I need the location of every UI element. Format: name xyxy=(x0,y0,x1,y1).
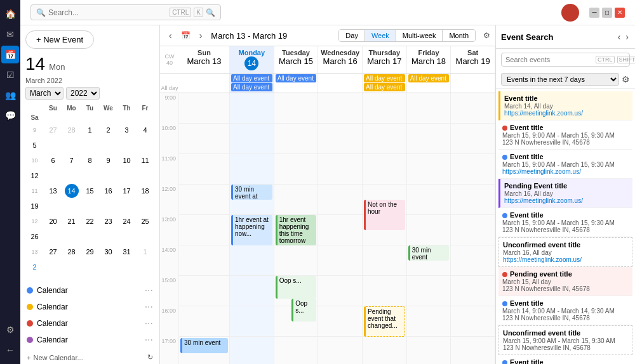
day-15[interactable]: 15 xyxy=(83,184,97,198)
day-31[interactable]: 31 xyxy=(120,245,134,259)
event-item-2[interactable]: Event title March 15, 9:00 AM - March 15… xyxy=(498,120,632,150)
day-12[interactable]: 12 xyxy=(28,169,42,183)
view-month-button[interactable]: Month xyxy=(443,30,475,41)
year-select[interactable]: 2022 xyxy=(66,87,100,100)
mon-event-noon[interactable]: 30 min event at noon... xyxy=(231,185,272,200)
event-item-8[interactable]: Event title March 14, 9:00 AM - March 14… xyxy=(498,296,632,325)
sidebar-mail-icon[interactable]: ✉ xyxy=(1,25,19,43)
new-event-button[interactable]: + New Event xyxy=(25,30,94,49)
panel-prev-button[interactable]: ‹ xyxy=(617,30,622,43)
day-4[interactable]: 4 xyxy=(138,123,152,137)
sun-event-30min[interactable]: 30 min event xyxy=(180,338,228,353)
event-item-6[interactable]: Unconfirmed event title March 16, All da… xyxy=(498,237,632,267)
event-item-3-link[interactable]: https://meetinglink.zoom.us/ xyxy=(502,168,629,175)
sidebar-home-icon[interactable]: 🏠 xyxy=(1,5,19,23)
day-25[interactable]: 25 xyxy=(138,214,152,228)
day-19[interactable]: 19 xyxy=(28,199,42,213)
all-day-event-mon-1[interactable]: All day event xyxy=(231,74,272,82)
event-item-9[interactable]: Unconfirmed event title March 15, 9:00 A… xyxy=(498,325,632,355)
maximize-button[interactable]: □ xyxy=(602,8,612,18)
sidebar-people-icon[interactable]: 👥 xyxy=(1,86,19,104)
search-bar[interactable]: 🔍 CTRL K 🔍 xyxy=(30,4,221,20)
day-21[interactable]: 21 xyxy=(65,214,79,228)
sun-col[interactable]: 30 min event xyxy=(179,93,230,364)
calendar-item-2[interactable]: Calendar ··· xyxy=(25,299,154,315)
sidebar-chat-icon[interactable]: 💬 xyxy=(1,107,19,124)
day-10[interactable]: 10 xyxy=(120,153,134,167)
all-day-event-thu-1[interactable]: All day event xyxy=(364,74,405,82)
day-1[interactable]: 1 xyxy=(83,123,97,137)
sidebar-calendar-icon[interactable]: 📅 xyxy=(1,46,19,63)
prev-button[interactable]: ‹ xyxy=(165,29,176,42)
day-28-prev[interactable]: 28 xyxy=(65,123,79,137)
event-item-5[interactable]: Event title March 15, 9:00 AM - March 15… xyxy=(498,208,632,237)
day-23[interactable]: 23 xyxy=(102,214,116,228)
day-11[interactable]: 11 xyxy=(138,153,152,167)
day-5[interactable]: 5 xyxy=(28,138,42,152)
fri-col[interactable]: 30 min event xyxy=(407,93,451,364)
day-14-today[interactable]: 14 xyxy=(65,184,79,198)
sidebar-settings-icon[interactable]: ⚙ xyxy=(1,321,19,339)
next-button[interactable]: › xyxy=(196,29,206,42)
day-30[interactable]: 30 xyxy=(102,245,116,259)
calendar-more-4[interactable]: ··· xyxy=(145,334,153,346)
day-3[interactable]: 3 xyxy=(120,123,134,137)
day-7[interactable]: 7 xyxy=(65,153,79,167)
all-day-event-fri-1[interactable]: All day event xyxy=(408,74,450,82)
day-28[interactable]: 28 xyxy=(65,245,79,259)
tue-event-1hr[interactable]: 1hr event happening this time tomorrow xyxy=(276,215,317,245)
sat-col[interactable] xyxy=(451,93,495,364)
view-multiweek-button[interactable]: Multi-week xyxy=(396,30,443,41)
new-calendar-row[interactable]: + New Calendar... ↻ xyxy=(25,351,154,364)
event-item-4-link[interactable]: https://meetinglink.zoom.us/ xyxy=(504,197,629,204)
sidebar-tasks-icon[interactable]: ☑ xyxy=(1,66,19,84)
event-item-10[interactable]: Event title March 15, 9:00 AM - March 15… xyxy=(498,355,632,364)
event-item-1[interactable]: Event title March 14, All day https://me… xyxy=(498,91,632,120)
calendar-more-1[interactable]: ··· xyxy=(145,285,153,296)
all-day-event-mon-2[interactable]: All day event xyxy=(231,83,272,91)
view-week-button[interactable]: Week xyxy=(365,30,396,41)
event-item-4[interactable]: Pending Event title March 16, All day ht… xyxy=(498,179,632,208)
event-search-bar[interactable]: CTRL SHIFT K 🔍 xyxy=(501,53,630,67)
mon-event-1hr[interactable]: 1hr event at happening now... xyxy=(231,215,272,245)
filter-select[interactable]: Events in the next 7 days xyxy=(501,73,619,86)
fri-event-30min[interactable]: 30 min event xyxy=(408,245,450,261)
tue-col[interactable]: 1hr event happening this time tomorrow O… xyxy=(274,93,319,364)
day-1-next[interactable]: 1 xyxy=(138,245,152,259)
day-22[interactable]: 22 xyxy=(83,214,97,228)
day-26[interactable]: 26 xyxy=(28,230,42,244)
thu-event-not-on-hour[interactable]: Not on the hour xyxy=(364,200,405,230)
refresh-icon[interactable]: ↻ xyxy=(147,353,153,361)
calendar-item-4[interactable]: Calendar ··· xyxy=(25,332,154,348)
day-16[interactable]: 16 xyxy=(102,184,116,198)
calendar-grid-container[interactable]: CW 40 Sun March 13 Monday 14 Tuesday xyxy=(160,46,495,364)
day-2-next[interactable]: 2 xyxy=(28,260,42,274)
day-24[interactable]: 24 xyxy=(120,214,134,228)
event-item-6-link[interactable]: https://meetinglink.zoom.us/ xyxy=(503,256,628,263)
event-search-input[interactable] xyxy=(505,56,593,63)
mon-col[interactable]: 30 min event at noon... 1hr event at hap… xyxy=(230,93,274,364)
calendar-item-1[interactable]: Calendar ··· xyxy=(25,282,154,299)
day-27[interactable]: 27 xyxy=(46,245,60,259)
panel-next-button[interactable]: › xyxy=(624,30,630,43)
event-item-3[interactable]: Event title March 15, 9:00 AM - March 15… xyxy=(498,150,632,179)
thu-event-pending[interactable]: Pending event that changed... xyxy=(364,306,405,337)
day-2[interactable]: 2 xyxy=(102,123,116,137)
search-input[interactable] xyxy=(48,8,167,17)
event-item-1-link[interactable]: https://meetinglink.zoom.us/ xyxy=(504,110,629,117)
minimize-button[interactable]: ─ xyxy=(589,8,599,18)
all-day-event-thu-2[interactable]: All day event xyxy=(364,83,405,91)
close-button[interactable]: ✕ xyxy=(615,8,625,18)
day-20[interactable]: 20 xyxy=(46,214,60,228)
settings-icon[interactable]: ⚙ xyxy=(483,31,490,40)
day-18[interactable]: 18 xyxy=(138,184,152,198)
day-17[interactable]: 17 xyxy=(120,184,134,198)
tue-event-oop2[interactable]: Oop s... xyxy=(291,299,316,322)
day-27-prev[interactable]: 27 xyxy=(46,123,60,137)
user-avatar[interactable] xyxy=(561,4,579,22)
day-6[interactable]: 6 xyxy=(46,153,60,167)
calendar-more-2[interactable]: ··· xyxy=(145,301,153,313)
wed-col[interactable] xyxy=(318,93,363,364)
day-9[interactable]: 9 xyxy=(102,153,116,167)
month-select[interactable]: March xyxy=(25,87,64,100)
